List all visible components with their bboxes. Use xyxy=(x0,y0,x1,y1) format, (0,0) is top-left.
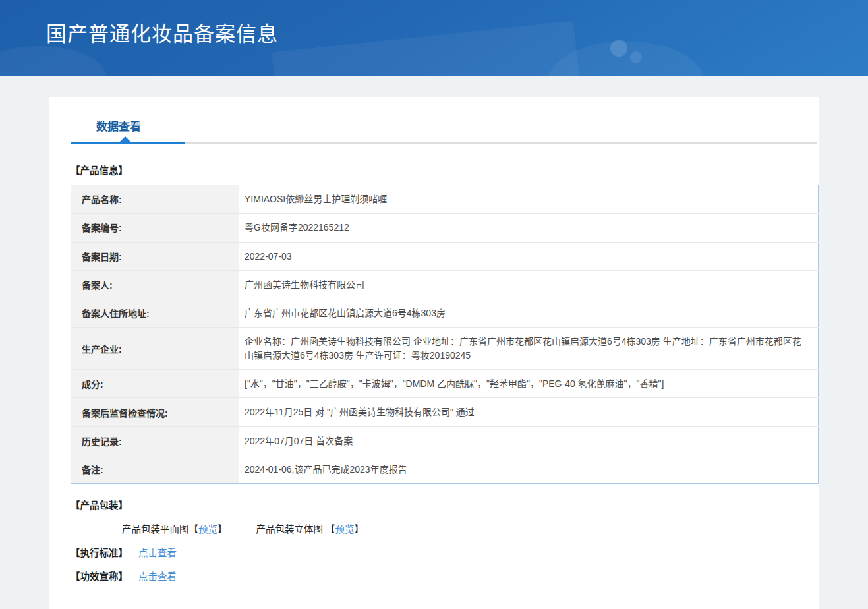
banner-decoration-dot xyxy=(610,40,627,57)
row-label: 产品名称: xyxy=(71,185,239,214)
table-row: 备案编号: 粤G妆网备字2022165212 xyxy=(71,214,819,242)
row-label: 备案后监督检查情况: xyxy=(71,398,239,426)
tab-active-underline xyxy=(71,142,185,144)
table-row: 备注: 2024-01-06,该产品已完成2023年度报告 xyxy=(71,455,819,483)
efficacy-claim-title: 【功效宣称】 xyxy=(71,571,128,582)
row-value: 广州函美诗生物科技有限公司 xyxy=(239,270,819,299)
table-row: 备案人: 广州函美诗生物科技有限公司 xyxy=(71,270,819,299)
row-label: 备案人: xyxy=(71,270,239,299)
table-row: 备案后监督检查情况: 2022年11月25日 对 "广州函美诗生物科技有限公司"… xyxy=(71,398,819,426)
packaging-stereo-label: 产品包装立体图 【预览】 xyxy=(256,524,364,535)
table-row: 成分: ["水"，"甘油"，"三乙醇胺"，"卡波姆"，"DMDM 乙内酰脲"，"… xyxy=(71,370,819,398)
packaging-stereo-preview-link[interactable]: 预览 xyxy=(335,524,355,535)
product-info-section-title: 【产品信息】 xyxy=(71,163,819,177)
banner-decoration-polygon xyxy=(272,20,585,76)
row-label: 备注: xyxy=(71,455,239,483)
triangle-up-icon xyxy=(120,136,130,142)
row-value: 2022-07-03 xyxy=(239,242,819,270)
efficacy-claim-row: 【功效宣称】 点击查看 xyxy=(71,569,819,583)
execution-standard-row: 【执行标准】 点击查看 xyxy=(71,545,819,559)
table-row: 生产企业: 企业名称：广州函美诗生物科技有限公司 企业地址：广东省广州市花都区花… xyxy=(71,328,819,370)
row-label: 备案人住所地址: xyxy=(71,299,239,328)
packaging-section-title: 【产品包装】 xyxy=(71,498,819,511)
packaging-links-row: 产品包装平面图【预览】 产品包装立体图 【预览】 xyxy=(122,521,819,535)
row-value: 企业名称：广州函美诗生物科技有限公司 企业地址：广东省广州市花都区花山镇启源大道… xyxy=(239,328,819,370)
row-label: 历史记录: xyxy=(71,426,239,455)
table-row: 产品名称: YIMIAOSI依緲丝男士护理剃须啫喱 xyxy=(71,185,819,214)
row-value: 2022年07月07日 首次备案 xyxy=(239,426,819,455)
product-info-table: 产品名称: YIMIAOSI依緲丝男士护理剃须啫喱 备案编号: 粤G妆网备字20… xyxy=(71,185,819,484)
banner-decoration-ellipse xyxy=(0,46,105,76)
packaging-stereo-prefix: 产品包装立体图 【 xyxy=(256,524,335,535)
page-header-banner: 国产普通化妆品备案信息 xyxy=(0,0,868,76)
table-row: 备案日期: 2022-07-03 xyxy=(71,242,819,270)
page-title: 国产普通化妆品备案信息 xyxy=(46,17,278,47)
packaging-stereo-suffix: 】 xyxy=(355,524,364,535)
banner-decoration-dot xyxy=(630,51,642,63)
table-row: 备案人住所地址: 广东省广州市花都区花山镇启源大道6号4栋303房 xyxy=(71,299,819,328)
table-row: 历史记录: 2022年07月07日 首次备案 xyxy=(71,426,819,455)
row-value: 2022年11月25日 对 "广州函美诗生物科技有限公司" 通过 xyxy=(239,398,819,426)
packaging-flat-prefix: 产品包装平面图【 xyxy=(122,524,198,535)
efficacy-claim-view-link[interactable]: 点击查看 xyxy=(138,571,177,582)
packaging-flat-suffix: 】 xyxy=(217,524,227,535)
execution-standard-title: 【执行标准】 xyxy=(71,548,128,558)
row-value: ["水"，"甘油"，"三乙醇胺"，"卡波姆"，"DMDM 乙内酰脲"，"羟苯甲酯… xyxy=(239,370,819,398)
packaging-flat-preview-link[interactable]: 预览 xyxy=(198,524,217,535)
row-value: 广东省广州市花都区花山镇启源大道6号4栋303房 xyxy=(239,299,819,328)
row-label: 备案编号: xyxy=(71,214,239,242)
row-value: 粤G妆网备字2022165212 xyxy=(239,214,819,242)
row-value: YIMIAOSI依緲丝男士护理剃须啫喱 xyxy=(239,185,819,214)
row-label: 备案日期: xyxy=(71,242,239,270)
tab-data-view[interactable]: 数据查看 xyxy=(96,117,141,134)
packaging-flat-label: 产品包装平面图【预览】 xyxy=(122,524,230,535)
execution-standard-view-link[interactable]: 点击查看 xyxy=(138,548,177,558)
tab-underline xyxy=(71,142,817,144)
content-card: 数据查看 【产品信息】 产品名称: YIMIAOSI依緲丝男士护理剃须啫喱 备案… xyxy=(49,97,819,609)
row-value: 2024-01-06,该产品已完成2023年度报告 xyxy=(239,455,819,483)
row-label: 成分: xyxy=(71,370,239,398)
row-label: 生产企业: xyxy=(71,328,239,370)
